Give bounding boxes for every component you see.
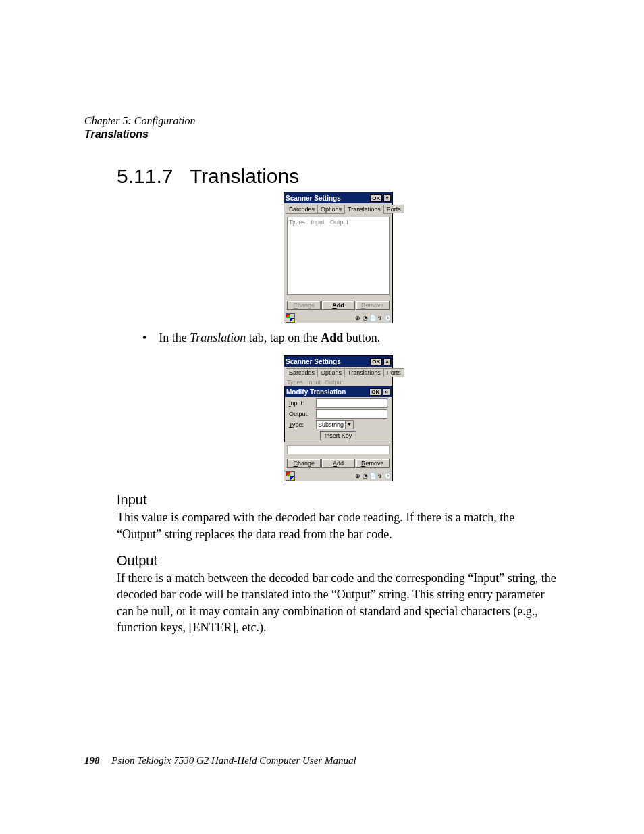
window-titlebar: Scanner Settings OK × [284, 356, 392, 367]
section-title-text: Translations [190, 165, 299, 187]
tray-icon[interactable]: 🕒 [384, 315, 391, 321]
type-value: Substring [317, 421, 345, 429]
page-number: 198 [84, 755, 100, 766]
instruction-bullet: • In the Translation tab, tap on the Add… [142, 330, 560, 346]
window-titlebar: Scanner Settings OK × [284, 192, 392, 203]
remove-button[interactable]: Remove [356, 459, 390, 468]
tab-ports[interactable]: Ports [383, 368, 404, 377]
tab-options[interactable]: Options [317, 368, 345, 377]
remove-button[interactable]: Remove [356, 301, 390, 310]
tray-icon[interactable]: ⊕ [354, 315, 361, 321]
section-title: 5.11.7 Translations [117, 165, 560, 188]
col-types: Types [289, 219, 305, 226]
add-button[interactable]: Add [321, 301, 355, 310]
tray-icon[interactable]: 📄 [369, 315, 376, 321]
input-field[interactable] [316, 398, 387, 408]
section-header: Translations [84, 128, 560, 140]
tab-translations[interactable]: Translations [344, 205, 384, 214]
close-button[interactable]: × [383, 358, 391, 365]
change-button[interactable]: Change [287, 459, 321, 468]
tray-icon[interactable]: ◔ [362, 315, 369, 321]
footer-text: Psion Teklogix 7530 G2 Hand-Held Compute… [111, 755, 356, 766]
tab-barcodes[interactable]: Barcodes [286, 368, 318, 377]
type-combo[interactable]: Substring ▼ [316, 420, 354, 429]
input-label: Input: [289, 400, 316, 407]
tray-icon[interactable]: 📄 [369, 473, 376, 479]
tray-icon[interactable]: ◔ [362, 473, 369, 479]
change-button[interactable]: Change [287, 301, 321, 310]
ok-button[interactable]: OK [370, 194, 382, 202]
tab-strip: Barcodes Options Translations Ports [286, 368, 391, 377]
translations-list[interactable]: Types Input Output [287, 217, 390, 295]
col-input: Input [307, 379, 321, 386]
tab-strip: Barcodes Options Translations Ports [286, 205, 391, 214]
screenshot-scanner-settings: Scanner Settings OK × Barcodes Options T… [284, 192, 393, 323]
start-icon[interactable] [286, 313, 295, 323]
insert-key-button[interactable]: Insert Key [320, 431, 357, 440]
input-heading: Input [117, 492, 560, 508]
tray-icon[interactable]: ⊕ [354, 473, 361, 479]
window-title: Scanner Settings [286, 358, 341, 365]
tab-barcodes[interactable]: Barcodes [286, 205, 318, 213]
add-button[interactable]: Add [321, 459, 355, 468]
col-types: Types [287, 379, 303, 386]
list-header: Types Input Output [289, 219, 387, 226]
modify-titlebar: Modify Translation OK × [285, 386, 392, 397]
taskbar: ⊕ ◔ 📄 ↯ 🕒 [284, 471, 392, 481]
taskbar: ⊕ ◔ 📄 ↯ 🕒 [284, 313, 392, 323]
start-icon[interactable] [286, 471, 295, 481]
page-footer: 198 Psion Teklogix 7530 G2 Hand-Held Com… [84, 755, 356, 766]
output-paragraph: If there is a match between the decoded … [117, 570, 560, 635]
key-strip[interactable] [287, 445, 390, 454]
col-input: Input [311, 219, 325, 226]
tab-options[interactable]: Options [317, 205, 345, 213]
output-label: Output: [289, 411, 316, 417]
chevron-down-icon[interactable]: ▼ [345, 421, 353, 429]
modify-close-button[interactable]: × [383, 388, 390, 396]
tab-ports[interactable]: Ports [383, 205, 404, 213]
col-output: Output [330, 219, 348, 226]
window-title: Scanner Settings [286, 194, 341, 202]
chapter-header: Chapter 5: Configuration [84, 115, 560, 127]
close-button[interactable]: × [383, 194, 391, 202]
tray-icon[interactable]: ↯ [377, 473, 383, 479]
screenshot-modify-translation: Scanner Settings OK × Barcodes Options T… [284, 355, 393, 481]
bullet-dot: • [142, 330, 146, 346]
section-number: 5.11.7 [117, 165, 173, 188]
output-field[interactable] [316, 409, 387, 419]
output-heading: Output [117, 553, 560, 569]
input-paragraph: This value is compared with the decoded … [117, 509, 560, 542]
tray-icon[interactable]: 🕒 [384, 473, 391, 479]
col-output: Output [325, 379, 343, 386]
modify-ok-button[interactable]: OK [369, 388, 381, 396]
ok-button[interactable]: OK [370, 358, 382, 365]
modify-window-title: Modify Translation [286, 388, 346, 396]
type-label: Type: [289, 421, 316, 428]
tray-icon[interactable]: ↯ [377, 315, 383, 321]
tab-translations[interactable]: Translations [344, 368, 384, 377]
